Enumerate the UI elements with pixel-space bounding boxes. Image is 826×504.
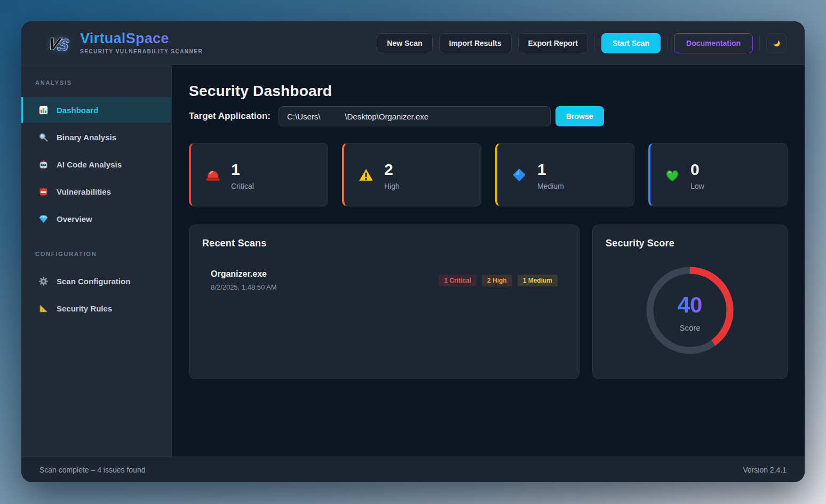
- recent-scans-title: Recent Scans: [202, 238, 566, 249]
- import-results-button[interactable]: Import Results: [439, 33, 512, 53]
- stat-label-critical: Critical: [231, 182, 254, 190]
- documentation-button[interactable]: Documentation: [674, 33, 753, 53]
- app-logo-icon: V S: [46, 31, 69, 55]
- scan-timestamp: 8/2/2025, 1:48:50 AM: [211, 283, 277, 291]
- bar-chart-icon: [38, 105, 49, 115]
- sidebar-item-label: Binary Analysis: [57, 133, 116, 142]
- theme-toggle-button[interactable]: [766, 33, 787, 53]
- score-gauge-wrap: 40 Score: [606, 254, 774, 366]
- header-divider: [594, 36, 595, 51]
- page-title: Security Dashboard: [189, 84, 788, 99]
- target-application-label: Target Application:: [189, 111, 271, 122]
- sidebar-item-ai-code-analysis[interactable]: AI Code Analysis: [21, 151, 171, 177]
- new-scan-button[interactable]: New Scan: [377, 33, 432, 53]
- badge-medium: 1 Medium: [518, 275, 558, 286]
- status-bar: Scan complete – 4 issues found Version 2…: [21, 457, 805, 482]
- set-square-icon: [38, 303, 49, 314]
- stat-text: 1 Medium: [537, 159, 564, 190]
- brand-text: VirtualSpace SECURITY VULNERABILITY SCAN…: [80, 31, 203, 54]
- stat-label-medium: Medium: [537, 182, 564, 190]
- siren-icon: [204, 166, 222, 184]
- sidebar-section-configuration: CONFIGURATION Sca: [21, 251, 171, 321]
- app-title: VirtualSpace: [80, 31, 203, 46]
- scan-severity-badges: 1 Critical 2 High 1 Medium: [439, 275, 558, 286]
- sidebar-item-label: Vulnerabilities: [57, 187, 111, 196]
- sidebar-item-overview[interactable]: Overview: [21, 206, 171, 231]
- gear-icon: [38, 276, 49, 286]
- sidebar-item-vulnerabilities[interactable]: Vulnerabilities: [21, 179, 171, 204]
- stat-card-high: 2 High: [342, 143, 481, 206]
- score-gauge-center: 40 Score: [644, 265, 736, 356]
- stat-value-low: 0: [690, 162, 704, 178]
- stat-text: 0 Low: [690, 159, 704, 190]
- sidebar-item-scan-configuration[interactable]: Scan Configuration: [21, 268, 171, 294]
- stat-card-medium: 1 Medium: [495, 143, 634, 206]
- sidebar-item-label: Overview: [57, 214, 92, 223]
- stat-text: 1 Critical: [231, 159, 254, 190]
- robot-icon: [38, 159, 49, 170]
- sidebar-item-dashboard[interactable]: Dashboard: [21, 97, 171, 123]
- sidebar: ANALYSIS Dashboard: [21, 65, 172, 457]
- app-window: V S VirtualSpace SECURITY VULNERABILITY …: [21, 21, 805, 482]
- sidebar-section-analysis: ANALYSIS Dashboard: [21, 80, 171, 231]
- warning-icon: [357, 166, 375, 184]
- stat-value-high: 2: [384, 162, 400, 178]
- header-actions: New Scan Import Results Export Report St…: [377, 33, 787, 53]
- sidebar-item-security-rules[interactable]: Security Rules: [21, 295, 171, 321]
- stat-value-medium: 1: [537, 162, 564, 178]
- security-score-panel: Security Score 40 Score: [592, 225, 788, 379]
- score-value: 40: [678, 294, 703, 316]
- green-heart-icon: [663, 166, 681, 184]
- header-divider: [667, 36, 668, 51]
- target-application-row: Target Application: Browse: [189, 106, 788, 126]
- brand: V S VirtualSpace SECURITY VULNERABILITY …: [46, 31, 203, 55]
- moon-icon: [772, 38, 781, 48]
- gem-icon: [38, 214, 49, 224]
- header-divider: [759, 36, 760, 51]
- export-report-button[interactable]: Export Report: [518, 33, 588, 53]
- sidebar-item-label: Security Rules: [57, 304, 112, 313]
- section-label-analysis: ANALYSIS: [21, 80, 171, 86]
- header-bar: V S VirtualSpace SECURITY VULNERABILITY …: [21, 21, 805, 65]
- badge-high: 2 High: [482, 275, 512, 286]
- blue-diamond-icon: [510, 166, 528, 184]
- score-label: Score: [679, 323, 700, 332]
- scan-item-info: Organizer.exe 8/2/2025, 1:48:50 AM: [211, 269, 277, 291]
- score-gauge: 40 Score: [644, 265, 736, 356]
- scan-list-item[interactable]: Organizer.exe 8/2/2025, 1:48:50 AM 1 Cri…: [202, 269, 566, 291]
- browse-button[interactable]: Browse: [555, 106, 604, 126]
- section-label-configuration: CONFIGURATION: [21, 251, 171, 257]
- start-scan-button[interactable]: Start Scan: [601, 33, 661, 53]
- sidebar-item-label: Dashboard: [57, 106, 98, 115]
- stat-label-low: Low: [690, 182, 704, 190]
- stat-card-low: 0 Low: [648, 143, 788, 206]
- sidebar-item-label: Scan Configuration: [57, 277, 130, 286]
- version-text: Version 2.4.1: [743, 466, 787, 474]
- scan-file-name: Organizer.exe: [211, 269, 277, 279]
- recent-scans-panel: Recent Scans Organizer.exe 8/2/2025, 1:4…: [189, 225, 579, 379]
- security-score-title: Security Score: [606, 238, 774, 249]
- status-text: Scan complete – 4 issues found: [39, 466, 145, 474]
- name-badge-icon: [38, 187, 49, 197]
- stat-card-critical: 1 Critical: [189, 143, 328, 206]
- stat-text: 2 High: [384, 159, 400, 190]
- target-path-input[interactable]: [279, 106, 551, 126]
- magnifier-icon: [38, 132, 49, 142]
- stat-value-critical: 1: [231, 162, 254, 178]
- sidebar-item-binary-analysis[interactable]: Binary Analysis: [21, 124, 171, 150]
- severity-stats-row: 1 Critical 2 High: [189, 143, 788, 206]
- sidebar-item-label: AI Code Analysis: [57, 160, 122, 169]
- bottom-panels: Recent Scans Organizer.exe 8/2/2025, 1:4…: [189, 225, 788, 379]
- main-content: Security Dashboard Target Application: B…: [172, 65, 805, 457]
- badge-critical: 1 Critical: [439, 275, 476, 286]
- app-subtitle: SECURITY VULNERABILITY SCANNER: [80, 49, 203, 54]
- stat-label-high: High: [384, 182, 400, 190]
